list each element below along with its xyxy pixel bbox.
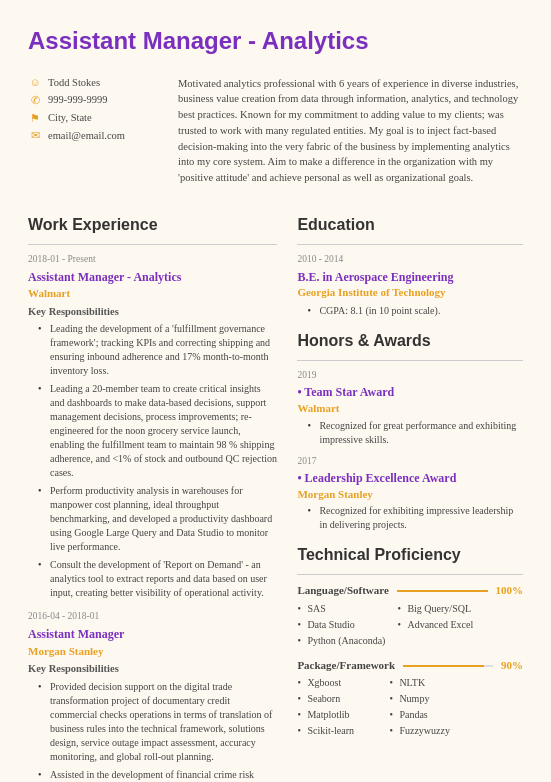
edu-divider [297,244,523,245]
tech-header-1: Language/Software 100% [297,583,523,598]
tech-item: Pandas [389,708,469,722]
bullet-item: CGPA: 8.1 (in 10 point scale). [307,304,523,318]
edu-date-1: 2010 - 2014 [297,253,523,266]
tech-col-2b: NLTK Numpy Pandas Fuzzywuzzy [389,676,469,740]
tech-group-2: Package/Framework 90% Xgboost Seaborn Ma… [297,658,523,740]
job-title-1: Assistant Manager - Analytics [28,269,277,286]
bullet-item: Consult the development of 'Report on De… [38,558,277,600]
resp-label-1: Key Responsibilities [28,305,277,320]
work-entry-2: 2016-04 - 2018-01 Assistant Manager Morg… [28,610,277,782]
award-bullets-2: Recognized for exhibiting impressive lea… [297,504,523,532]
award-year-1: 2019 [297,369,523,382]
company-2: Morgan Stanley [28,644,277,659]
bullet-item: Recognized for great performance and exh… [307,419,523,447]
contact-name: ☺ Todd Stokes [28,76,158,91]
tech-bar-fill-2 [403,665,484,667]
location-icon: ⚑ [28,111,42,125]
tech-item: Big Query/SQL [397,602,477,616]
tech-col-1b: Big Query/SQL Advanced Excel [397,602,477,650]
work-experience-title: Work Experience [28,214,277,236]
contact-phone: ✆ 999-999-9999 [28,93,158,108]
edu-entry-1: 2010 - 2014 B.E. in Aerospace Engineerin… [297,253,523,317]
tech-item: Python (Anaconda) [297,634,385,648]
tech-col-1a: SAS Data Studio Python (Anaconda) [297,602,385,650]
bullet-item: Assisted in the development of financial… [38,768,277,782]
tech-bar-bg-2 [403,665,493,667]
company-1: Walmart [28,286,277,301]
tech-item: Fuzzywuzzy [389,724,469,738]
email-icon: ✉ [28,129,42,143]
bullet-item: Provided decision support on the digital… [38,680,277,764]
bullet-item: Leading a 20-member team to create criti… [38,382,277,480]
main-content: Work Experience 2018-01 - Present Assist… [28,202,523,782]
honors-divider [297,360,523,361]
tech-items-2: Xgboost Seaborn Matplotlib Scikit-learn … [297,676,523,740]
tech-bar-fill-1 [397,590,488,592]
tech-title: Technical Proficiency [297,544,523,566]
tech-group-1: Language/Software 100% SAS Data Studio P… [297,583,523,649]
honors-title: Honors & Awards [297,330,523,352]
tech-item: NLTK [389,676,469,690]
tech-item: Matplotlib [297,708,377,722]
edu-bullets-1: CGPA: 8.1 (in 10 point scale). [297,304,523,318]
tech-item: Xgboost [297,676,377,690]
degree-title-1: B.E. in Aerospace Engineering [297,269,523,286]
work-bullets-2: Provided decision support on the digital… [28,680,277,782]
person-icon: ☺ [28,76,42,90]
tech-item: Advanced Excel [397,618,477,632]
award-bullet-2: • [297,471,304,485]
award-company-2: Morgan Stanley [297,487,523,502]
tech-item: Seaborn [297,692,377,706]
tech-header-2: Package/Framework 90% [297,658,523,673]
tech-item: Numpy [389,692,469,706]
education-title: Education [297,214,523,236]
award-title-2: • Leadership Excellence Award [297,470,523,487]
award-entry-1: 2019 • Team Star Award Walmart Recognize… [297,369,523,446]
tech-item: SAS [297,602,385,616]
summary-text: Motivated analytics professional with 6 … [178,76,523,186]
award-title-1: • Team Star Award [297,384,523,401]
school-1: Georgia Institute of Technology [297,285,523,300]
tech-items-1: SAS Data Studio Python (Anaconda) Big Qu… [297,602,523,650]
work-date-2: 2016-04 - 2018-01 [28,610,277,623]
award-year-2: 2017 [297,455,523,468]
tech-item: Data Studio [297,618,385,632]
tech-item: Scikit-learn [297,724,377,738]
resp-label-2: Key Responsibilities [28,662,277,677]
tech-section: Language/Software 100% SAS Data Studio P… [297,583,523,740]
job-title-2: Assistant Manager [28,626,277,643]
tech-divider [297,574,523,575]
work-divider [28,244,277,245]
right-column: Education 2010 - 2014 B.E. in Aerospace … [297,202,523,782]
work-date-1: 2018-01 - Present [28,253,277,266]
contact-column: ☺ Todd Stokes ✆ 999-999-9999 ⚑ City, Sta… [28,76,158,186]
award-bullets-1: Recognized for great performance and exh… [297,419,523,447]
left-column: Work Experience 2018-01 - Present Assist… [28,202,277,782]
page-title: Assistant Manager - Analytics [28,24,523,58]
phone-icon: ✆ [28,94,42,108]
award-entry-2: 2017 • Leadership Excellence Award Morga… [297,455,523,532]
bullet-item: Recognized for exhibiting impressive lea… [307,504,523,532]
award-company-1: Walmart [297,401,523,416]
tech-col-2a: Xgboost Seaborn Matplotlib Scikit-learn [297,676,377,740]
contact-location: ⚑ City, State [28,111,158,126]
tech-bar-bg-1 [397,590,488,592]
top-section: ☺ Todd Stokes ✆ 999-999-9999 ⚑ City, Sta… [28,76,523,186]
bullet-item: Perform productivity analysis in warehou… [38,484,277,554]
contact-email: ✉ email@email.com [28,129,158,144]
work-bullets-1: Leading the development of a 'fulfillmen… [28,322,277,600]
bullet-item: Leading the development of a 'fulfillmen… [38,322,277,378]
work-entry-1: 2018-01 - Present Assistant Manager - An… [28,253,277,600]
contact-section: ☺ Todd Stokes ✆ 999-999-9999 ⚑ City, Sta… [28,76,158,144]
